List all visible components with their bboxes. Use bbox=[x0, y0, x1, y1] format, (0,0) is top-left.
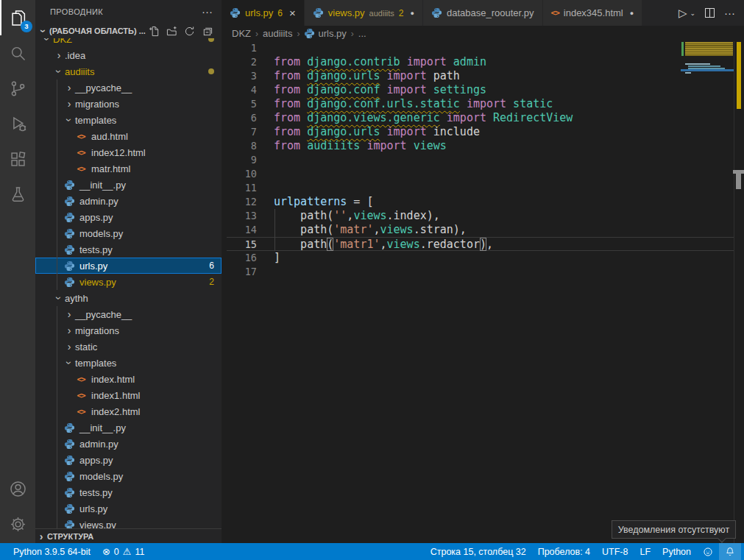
status-problems[interactable]: ⊗0⚠11 bbox=[96, 543, 151, 560]
code-line-3[interactable]: 3from django.urls import path bbox=[227, 69, 734, 83]
tree-item-models-py[interactable]: models.py bbox=[35, 468, 222, 484]
close-icon[interactable]: × bbox=[289, 7, 296, 19]
tree-item-tests-py[interactable]: tests.py bbox=[35, 241, 222, 258]
activity-item-source-control[interactable] bbox=[0, 71, 35, 106]
line-number: 6 bbox=[227, 111, 257, 125]
breadcrumb-item[interactable]: ... bbox=[358, 28, 366, 39]
tree-item-aud-html[interactable]: <>aud.html bbox=[35, 128, 222, 144]
code-line-12[interactable]: 12urlpatterns = [ bbox=[227, 195, 734, 209]
tree-item-templates[interactable]: ›templates bbox=[35, 355, 222, 371]
chevron-right-icon: › bbox=[63, 82, 75, 93]
status-cursor-position[interactable]: Строка 15, столбец 32 bbox=[425, 543, 532, 560]
tree-item--pycache-[interactable]: ›__pycache__ bbox=[35, 306, 222, 322]
status-feedback[interactable] bbox=[697, 543, 719, 560]
new-file-icon[interactable] bbox=[149, 26, 160, 37]
line-number: 8 bbox=[227, 139, 257, 153]
breadcrumb-item[interactable]: urls.py bbox=[304, 28, 346, 39]
tree-item-label: __pycache__ bbox=[75, 309, 132, 320]
status-encoding[interactable]: UTF-8 bbox=[596, 543, 634, 560]
refresh-icon[interactable] bbox=[184, 26, 195, 37]
tree-item-apps-py[interactable]: apps.py bbox=[35, 209, 222, 225]
tree-item--pycache-[interactable]: ›__pycache__ bbox=[35, 79, 222, 96]
tree-item-tests-py[interactable]: tests.py bbox=[35, 484, 222, 500]
code-line-14[interactable]: 14 path('matr',views.stran), bbox=[227, 223, 734, 237]
activity-item-account[interactable] bbox=[0, 471, 35, 506]
tree-item-views-py[interactable]: views.py2 bbox=[35, 274, 222, 290]
tree-item-DKZ[interactable]: ›DKZ bbox=[35, 38, 222, 47]
tree-item-static[interactable]: ›static bbox=[35, 339, 222, 355]
code-line-17[interactable]: 17 bbox=[227, 265, 734, 279]
editor-more-actions-icon[interactable]: ··· bbox=[724, 7, 735, 19]
tree-item-urls-py[interactable]: urls.py6 bbox=[35, 258, 222, 274]
tab-database-roouter-py[interactable]: database_roouter.py bbox=[423, 0, 543, 26]
code-line-10[interactable]: 10 bbox=[227, 167, 734, 181]
minimap-gutter-marks bbox=[681, 42, 684, 56]
code-line-2[interactable]: 2from django.contrib import admin bbox=[227, 55, 734, 69]
code-line-7[interactable]: 7from django.urls import include bbox=[227, 125, 734, 139]
tree-item-index1-html[interactable]: <>index1.html bbox=[35, 387, 222, 403]
tree-item--idea[interactable]: ›.idea bbox=[35, 47, 222, 63]
status-eol[interactable]: LF bbox=[634, 543, 656, 560]
breadcrumb-item[interactable]: audiiits bbox=[263, 28, 292, 39]
tree-item-index2-html[interactable]: <>index2.html bbox=[35, 403, 222, 419]
workspace-section-header[interactable]: › (РАБОЧАЯ ОБЛАСТЬ) ... bbox=[35, 24, 222, 38]
code-line-6[interactable]: 6from django.views.generic import Redire… bbox=[227, 111, 734, 125]
minimap[interactable] bbox=[681, 41, 734, 527]
tree-item-index-html[interactable]: <>index.html bbox=[35, 371, 222, 387]
activity-item-extensions[interactable] bbox=[0, 141, 35, 177]
tab-urls-py[interactable]: urls.py6× bbox=[222, 0, 305, 26]
collapse-all-icon[interactable] bbox=[202, 26, 213, 37]
activity-bar: 3 bbox=[0, 0, 35, 543]
scrollbar[interactable] bbox=[734, 41, 744, 543]
run-dropdown-icon[interactable]: ⌄ bbox=[690, 10, 695, 17]
status-language[interactable]: Python bbox=[656, 543, 697, 560]
code-line-4[interactable]: 4from django.conf import settings bbox=[227, 83, 734, 97]
html-icon: <> bbox=[77, 407, 85, 417]
code-line-8[interactable]: 8from audiiits import views bbox=[227, 139, 734, 153]
code-line-13[interactable]: 13 path('',views.index), bbox=[227, 209, 734, 223]
tab-views-py[interactable]: views.pyaudiiits2● bbox=[305, 0, 423, 26]
sidebar-more-actions-icon[interactable]: ··· bbox=[202, 8, 213, 15]
code-line-1[interactable]: 1 bbox=[227, 41, 734, 55]
activity-item-testing[interactable] bbox=[0, 177, 35, 212]
code-line-9[interactable]: 9 bbox=[227, 153, 734, 167]
tree-item-index12-html[interactable]: <>index12.html bbox=[35, 144, 222, 160]
code-line-16[interactable]: 16] bbox=[227, 251, 734, 265]
outline-section-header[interactable]: › СТРУКТУРА bbox=[35, 528, 222, 543]
tree-item-aythh[interactable]: ›aythh bbox=[35, 290, 222, 306]
tree-item--init-py[interactable]: __init__.py bbox=[35, 419, 222, 436]
code-text: path('matr1',views.redactor), bbox=[274, 238, 493, 252]
html-icon: <> bbox=[77, 391, 85, 400]
status-indentation[interactable]: Пробелов: 4 bbox=[532, 543, 596, 560]
tree-item--init-py[interactable]: __init__.py bbox=[35, 177, 222, 193]
run-button[interactable]: ▷ bbox=[679, 7, 687, 20]
breadcrumb-item[interactable]: DKZ bbox=[232, 28, 251, 39]
new-folder-icon[interactable] bbox=[166, 26, 177, 37]
python-icon bbox=[64, 439, 75, 450]
code-line-15[interactable]: 15 path('matr1',views.redactor), bbox=[227, 237, 734, 251]
modified-dot-icon[interactable]: ● bbox=[411, 10, 414, 17]
code-line-5[interactable]: 5from django.conf.urls.static import sta… bbox=[227, 97, 734, 111]
activity-item-settings[interactable] bbox=[0, 506, 35, 542]
code-line-11[interactable]: 11 bbox=[227, 181, 734, 195]
activity-item-run-debug[interactable] bbox=[0, 106, 35, 141]
tree-item-views-py[interactable]: views.py bbox=[35, 517, 222, 528]
tree-item-migrations[interactable]: ›migrations bbox=[35, 96, 222, 112]
tree-item-admin-py[interactable]: admin.py bbox=[35, 193, 222, 209]
activity-item-search[interactable] bbox=[0, 35, 35, 71]
tab-index345-html[interactable]: <>index345.html● bbox=[543, 0, 643, 26]
tree-item-templates[interactable]: ›templates bbox=[35, 112, 222, 128]
tree-item-migrations[interactable]: ›migrations bbox=[35, 322, 222, 339]
activity-item-explorer[interactable]: 3 bbox=[0, 0, 35, 35]
tree-item-urls-py[interactable]: urls.py bbox=[35, 500, 222, 517]
tree-item-models-py[interactable]: models.py bbox=[35, 225, 222, 241]
status-notifications[interactable] bbox=[719, 543, 741, 560]
status-python-version[interactable]: Python 3.9.5 64-bit bbox=[7, 543, 96, 560]
beaker-icon bbox=[8, 185, 28, 205]
tree-item-matr-html[interactable]: <>matr.html bbox=[35, 160, 222, 177]
tree-item-apps-py[interactable]: apps.py bbox=[35, 452, 222, 468]
modified-dot-icon[interactable]: ● bbox=[630, 10, 634, 17]
tree-item-admin-py[interactable]: admin.py bbox=[35, 436, 222, 452]
split-editor-icon[interactable] bbox=[705, 8, 715, 18]
tree-item-audiiits[interactable]: ›audiiits bbox=[35, 63, 222, 79]
